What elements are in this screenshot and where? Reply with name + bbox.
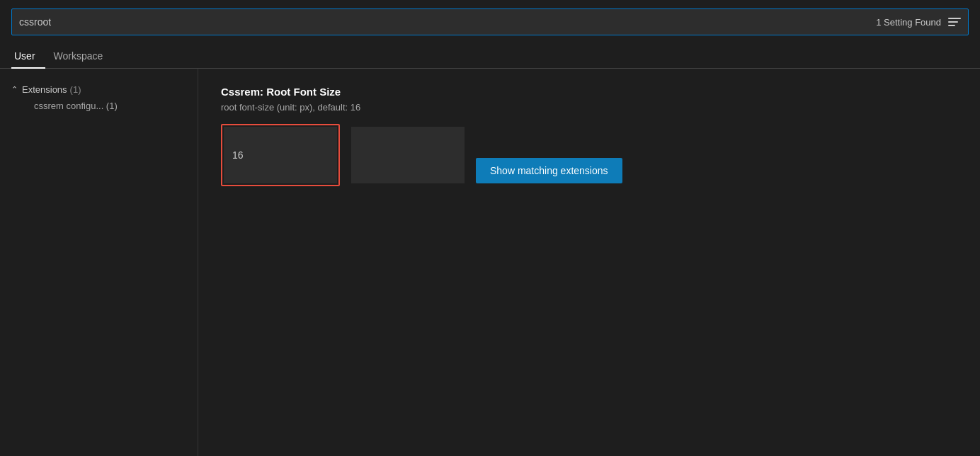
- setting-description: root font-size (unit: px), default: 16: [221, 102, 830, 113]
- content-area: ⌃ Extensions (1) cssrem configu... (1) C…: [0, 69, 980, 456]
- tabs-row: User Workspace: [0, 44, 980, 69]
- sidebar-group-label: Extensions: [22, 84, 67, 95]
- sidebar-group-extensions: ⌃ Extensions (1) cssrem configu... (1): [0, 80, 198, 118]
- setting-title: Cssrem: Root Font Size: [221, 86, 830, 98]
- sidebar-group-header-extensions[interactable]: ⌃ Extensions (1): [11, 84, 186, 95]
- root-font-size-input[interactable]: [224, 127, 337, 183]
- search-bar-wrapper: 1 Setting Found: [0, 8, 980, 35]
- chevron-down-icon: ⌃: [11, 85, 18, 94]
- search-input[interactable]: [19, 16, 876, 28]
- settings-panel: 1 Setting Found User Workspace ⌃ Extensi…: [0, 0, 980, 456]
- number-input-wrapper: [221, 124, 340, 186]
- sidebar-group-count: (1): [70, 84, 81, 95]
- setting-item: Cssrem: Root Font Size root font-size (u…: [221, 86, 830, 186]
- tab-user[interactable]: User: [11, 45, 45, 69]
- setting-controls: Show matching extensions: [221, 124, 830, 186]
- search-bar: 1 Setting Found: [11, 8, 969, 35]
- secondary-input[interactable]: [351, 127, 465, 183]
- setting-title-prefix: Cssrem:: [221, 86, 266, 98]
- tab-workspace[interactable]: Workspace: [51, 45, 113, 69]
- search-result-count: 1 Setting Found: [876, 17, 941, 28]
- show-matching-extensions-button[interactable]: Show matching extensions: [476, 158, 622, 183]
- filter-icon[interactable]: [948, 18, 961, 26]
- sidebar: ⌃ Extensions (1) cssrem configu... (1): [0, 69, 198, 456]
- setting-title-bold: Root Font Size: [266, 86, 341, 98]
- sidebar-item-cssrem[interactable]: cssrem configu... (1): [11, 98, 186, 114]
- main-content: Cssrem: Root Font Size root font-size (u…: [198, 69, 980, 456]
